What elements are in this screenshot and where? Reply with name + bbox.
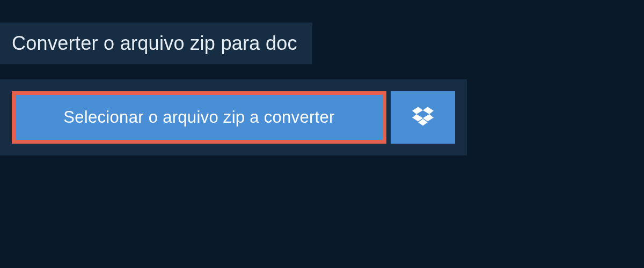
dropbox-icon — [412, 107, 434, 128]
main-container: Converter o arquivo zip para doc Selecio… — [0, 0, 644, 155]
action-panel: Selecionar o arquivo zip a converter — [0, 79, 467, 155]
dropbox-button[interactable] — [391, 91, 455, 144]
page-title: Converter o arquivo zip para doc — [12, 32, 297, 55]
header-bar: Converter o arquivo zip para doc — [0, 23, 312, 64]
select-file-button[interactable]: Selecionar o arquivo zip a converter — [16, 95, 383, 140]
select-file-label: Selecionar o arquivo zip a converter — [63, 108, 334, 126]
select-file-button-highlight: Selecionar o arquivo zip a converter — [12, 91, 386, 144]
